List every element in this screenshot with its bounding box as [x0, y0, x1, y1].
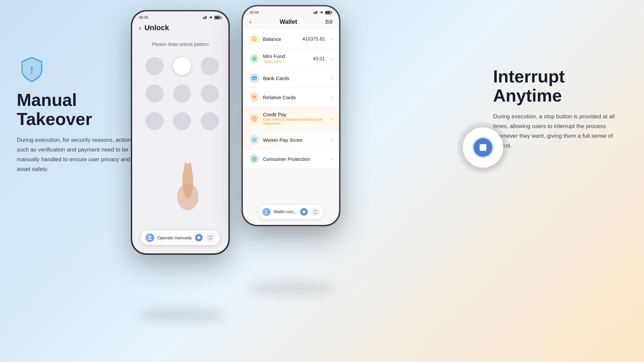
payscore-content: Weixin Pay Score — [263, 137, 327, 143]
phone1-time: 08:08 — [139, 15, 148, 19]
balance-content: Balance — [263, 36, 299, 42]
dot-4 — [146, 84, 164, 103]
left-title: Manual Takeover — [17, 90, 144, 129]
phone1-avatar-icon — [145, 233, 154, 242]
wallet-title: Wallet — [280, 18, 297, 25]
svg-rect-17 — [316, 11, 316, 14]
creditpay-label: Credit Pay — [263, 112, 327, 117]
svg-rect-7 — [221, 17, 222, 18]
wallet-item-balance[interactable]: ¥ Balance ¥10375.62 › — [243, 29, 339, 49]
svg-rect-21 — [332, 12, 332, 13]
wallet-item-creditpay[interactable]: Credit Pay Daily interest, flexible borr… — [243, 107, 339, 130]
creditpay-desc: Daily interest, flexible borrowing and r… — [263, 117, 327, 125]
wallet-item-relativecards[interactable]: Relative Cards › — [243, 88, 339, 107]
wallet-back-icon[interactable]: ‹ — [250, 18, 252, 25]
wallet-list: ¥ Balance ¥10375.62 › $ Mini Fund Yield1… — [243, 29, 339, 225]
wallet-item-minifund[interactable]: $ Mini Fund Yield1.45% ¥3.01 › — [243, 49, 339, 69]
svg-rect-3 — [205, 16, 206, 19]
stop-square-icon — [198, 236, 200, 239]
unlock-title: Unlock — [145, 23, 169, 32]
dot-7 — [146, 112, 164, 130]
phone2-bottom-bar: Wallet runs... — [258, 205, 324, 219]
phone1-status-icons — [203, 16, 222, 19]
wallet-item-consumerprotection[interactable]: Consumer Protection › — [243, 149, 339, 169]
phone2-arrows-icon[interactable] — [311, 207, 320, 216]
svg-rect-4 — [206, 16, 207, 19]
svg-rect-18 — [317, 11, 317, 14]
relativecards-icon — [250, 93, 259, 102]
payscore-icon — [250, 135, 259, 144]
phone1-screen: 08:08 ‹ Unlock Please draw unlock patter… — [132, 11, 228, 253]
phone2-time: 08:08 — [250, 10, 259, 14]
right-section: Interrupt Anytime During execution, a st… — [493, 67, 627, 151]
svg-point-13 — [186, 160, 190, 163]
svg-rect-15 — [314, 12, 314, 14]
phone1: 08:08 ‹ Unlock Please draw unlock patter… — [131, 10, 230, 255]
consumerprotection-arrow-icon: › — [331, 156, 332, 162]
payscore-label: Weixin Pay Score — [263, 137, 327, 143]
stop-button-small[interactable] — [195, 234, 203, 241]
dot-1 — [146, 57, 164, 75]
minifund-icon: $ — [250, 54, 259, 63]
phone2: 08:08 ‹ Wallet Bill ¥ Balance ¥10 — [241, 5, 340, 226]
stop-square-icon-2 — [303, 210, 305, 213]
bankcards-content: Bank Cards — [263, 75, 327, 81]
dot-6 — [201, 84, 219, 103]
stop-button-phone2[interactable] — [300, 208, 308, 216]
right-title: Interrupt Anytime — [493, 67, 627, 105]
wallet-bill: Bill — [325, 19, 332, 25]
minifund-arrow-icon: › — [331, 56, 332, 61]
left-section: ! Manual Takeover During execution, for … — [17, 54, 144, 174]
dot-9 — [201, 112, 219, 130]
wallet-item-bankcards[interactable]: Bank Cards › — [243, 69, 339, 88]
payscore-arrow-icon: › — [331, 137, 332, 142]
stop-square-large-icon — [480, 144, 486, 151]
phone1-arrows-icon[interactable] — [206, 233, 215, 242]
svg-rect-6 — [215, 16, 220, 18]
phone1-bottom-bar: Operate manually — [141, 230, 220, 245]
stop-button-inner — [474, 138, 492, 157]
svg-point-34 — [265, 210, 267, 212]
creditpay-icon — [250, 114, 259, 123]
bankcards-icon — [250, 73, 259, 83]
svg-point-14 — [149, 236, 151, 238]
minifund-badge: Yield1.45% — [263, 60, 309, 64]
consumerprotection-label: Consumer Protection — [263, 156, 327, 162]
dot-5 — [173, 84, 191, 103]
phone1-header: ‹ Unlock — [132, 21, 228, 35]
svg-text:¥: ¥ — [253, 38, 255, 41]
consumerprotection-content: Consumer Protection — [263, 156, 327, 162]
hand-gesture-icon — [169, 157, 206, 217]
back-arrow-icon[interactable]: ‹ — [139, 24, 141, 32]
shield-icon: ! — [17, 54, 47, 84]
phone1-bottom-label: Operate manually — [157, 235, 192, 240]
svg-text:!: ! — [30, 65, 33, 75]
balance-icon: ¥ — [250, 34, 259, 44]
stop-button-large[interactable] — [463, 127, 503, 168]
svg-text:$: $ — [254, 57, 255, 60]
phone2-shadow — [248, 282, 335, 295]
wallet-item-payscore[interactable]: Weixin Pay Score › — [243, 130, 339, 149]
dot-2 — [173, 57, 191, 75]
bankcards-arrow-icon: › — [331, 75, 332, 81]
svg-rect-1 — [203, 17, 204, 19]
unlock-subtitle: Please draw unlock pattern — [132, 42, 228, 47]
balance-arrow-icon: › — [331, 36, 332, 42]
minifund-label: Mini Fund — [263, 53, 309, 59]
consumerprotection-icon — [250, 154, 259, 164]
phone2-header: ‹ Wallet Bill — [243, 16, 339, 29]
svg-rect-16 — [315, 12, 315, 14]
relativecards-label: Relative Cards — [263, 95, 327, 100]
creditpay-arrow-icon: › — [331, 116, 332, 121]
balance-value: ¥10375.62 — [303, 36, 325, 42]
phone2-status-icons — [314, 11, 332, 14]
bankcards-label: Bank Cards — [263, 75, 327, 81]
svg-rect-26 — [252, 77, 256, 79]
svg-line-32 — [254, 119, 255, 119]
unlock-dot-grid — [132, 57, 228, 130]
dot-8 — [173, 112, 191, 130]
balance-label: Balance — [263, 36, 299, 42]
creditpay-content: Credit Pay Daily interest, flexible borr… — [263, 112, 327, 125]
svg-rect-20 — [326, 11, 330, 13]
right-description: During execution, a stop button is provi… — [493, 112, 627, 151]
